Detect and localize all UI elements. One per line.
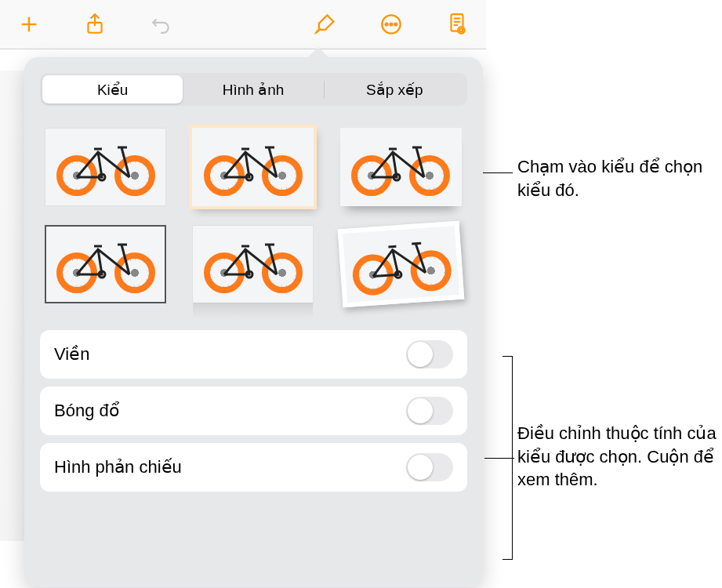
style-thumb-shadow[interactable] — [192, 128, 314, 206]
tab-style[interactable]: Kiểu — [42, 75, 183, 103]
segmented-control: Kiểu Hình ảnh Sắp xếp — [40, 73, 467, 106]
toggle-reflection[interactable] — [406, 453, 453, 481]
tab-image[interactable]: Hình ảnh — [183, 75, 323, 103]
callout-tap-style: Chạm vào kiểu để chọn kiểu đó. — [517, 155, 713, 201]
document-icon[interactable] — [444, 11, 470, 38]
top-toolbar — [0, 0, 486, 49]
callout-adjust-attrs: Điều chỉnh thuộc tính của kiểu được chọn… — [517, 422, 721, 492]
toolbar-left — [16, 11, 174, 38]
option-border[interactable]: Viền — [40, 330, 467, 379]
toggle-shadow[interactable] — [406, 397, 453, 425]
paintbrush-icon[interactable] — [312, 11, 339, 38]
style-options-list[interactable]: Viền Bóng đổ Hình phản chiếu — [40, 330, 467, 492]
add-icon[interactable] — [16, 11, 42, 38]
popover-arrow — [307, 47, 329, 58]
style-thumb-reflection[interactable] — [192, 225, 314, 303]
undo-icon[interactable] — [147, 11, 174, 38]
toolbar-right — [312, 11, 470, 38]
callout-leader — [484, 458, 514, 459]
style-thumb-border[interactable] — [45, 225, 166, 303]
option-label: Hình phản chiếu — [54, 457, 182, 477]
option-label: Viền — [54, 344, 89, 365]
style-thumb-photo[interactable] — [337, 221, 464, 308]
svg-point-4 — [386, 24, 388, 26]
more-icon[interactable] — [378, 11, 405, 38]
option-shadow[interactable]: Bóng đổ — [40, 387, 467, 435]
toggle-border[interactable] — [406, 340, 453, 368]
svg-point-6 — [394, 24, 397, 26]
option-label: Bóng đổ — [54, 401, 119, 421]
svg-point-5 — [390, 24, 393, 26]
tab-arrange[interactable]: Sắp xếp — [325, 75, 465, 103]
style-grid — [40, 128, 467, 303]
option-reflection[interactable]: Hình phản chiếu — [40, 443, 467, 492]
format-popover: Kiểu Hình ảnh Sắp xếp — [24, 57, 483, 587]
style-thumb-plain[interactable] — [45, 128, 166, 206]
style-thumb-softshadow[interactable] — [340, 128, 462, 206]
share-icon[interactable] — [82, 11, 108, 38]
